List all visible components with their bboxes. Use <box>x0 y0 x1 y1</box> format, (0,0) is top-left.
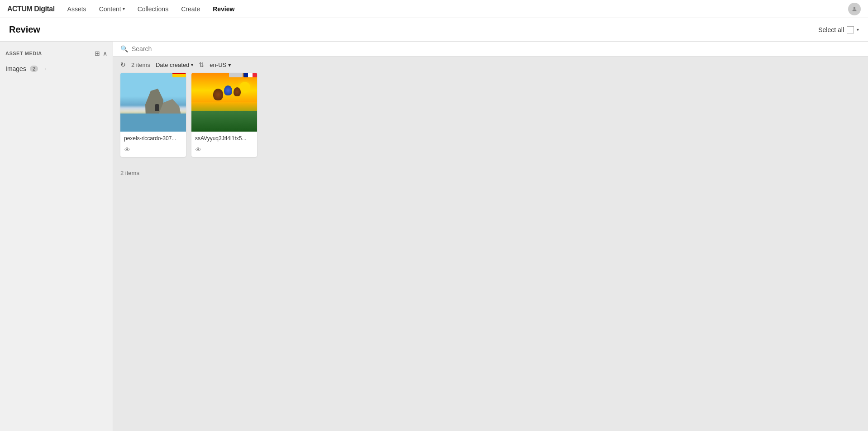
card-image-wrapper <box>191 73 257 132</box>
refresh-icon[interactable]: ↻ <box>120 61 126 68</box>
select-all-label: Select all <box>818 26 844 33</box>
card-image-wrapper <box>120 73 186 132</box>
asset-grid: pexels-riccardo-307... 👁 <box>113 73 868 164</box>
select-all-checkbox[interactable] <box>847 26 854 33</box>
search-input[interactable] <box>132 45 861 52</box>
grey-flag <box>229 73 243 77</box>
main-layout: ASSET MEDIA ⊞ ∧ Images 2 → 🔍 ↻ 2 items D… <box>0 42 868 431</box>
flag-stripe-blue <box>243 73 248 77</box>
items-count: 2 items <box>131 62 150 68</box>
collapse-icon[interactable]: ∧ <box>103 50 107 57</box>
field <box>191 111 257 132</box>
sidebar-item-images[interactable]: Images 2 → <box>0 62 113 76</box>
sort-dropdown[interactable]: Date created ▾ <box>156 62 193 68</box>
sort-label: Date created <box>156 62 189 68</box>
svg-point-0 <box>854 7 856 9</box>
top-nav: ACTUM Digital Assets Content ▾ Collectio… <box>0 0 868 18</box>
horizon-glow <box>191 102 257 111</box>
nav-content[interactable]: Content ▾ <box>97 0 127 18</box>
cliff-person <box>155 104 159 111</box>
select-all-group: Select all ▾ <box>818 26 859 33</box>
sidebar-section-title: ASSET MEDIA <box>5 51 42 56</box>
flag-stripe-gold <box>172 74 186 77</box>
balloon-1 <box>213 89 223 100</box>
expand-icon[interactable]: ⊞ <box>95 50 100 57</box>
sidebar-images-arrow: → <box>42 66 47 72</box>
search-icon: 🔍 <box>120 45 128 52</box>
nav-collections[interactable]: Collections <box>136 0 170 18</box>
card-image-cliff <box>120 73 186 132</box>
locale-chevron-icon: ▾ <box>228 62 231 68</box>
locale-dropdown[interactable]: en-US ▾ <box>210 62 231 68</box>
sun <box>239 82 250 93</box>
brand-actum: ACTUM <box>7 5 32 13</box>
card-info: pexels-riccardo-307... <box>120 132 186 144</box>
preview-icon[interactable]: 👁 <box>191 144 257 157</box>
flag-fr <box>243 73 257 77</box>
nav-review[interactable]: Review <box>211 0 236 18</box>
card-image-balloon <box>191 73 257 132</box>
flag-de <box>172 73 186 77</box>
sort-chevron-icon: ▾ <box>191 62 193 67</box>
balloon-3 <box>234 87 241 96</box>
sidebar-icons: ⊞ ∧ <box>95 50 107 57</box>
sidebar-images-label: Images <box>5 65 26 72</box>
footer-count: 2 items <box>120 170 139 176</box>
brand-logo[interactable]: ACTUM Digital <box>7 5 55 13</box>
balloon-2 <box>224 85 232 95</box>
items-footer: 2 items <box>113 164 868 182</box>
user-avatar[interactable] <box>848 3 861 15</box>
flag-stripe-red <box>253 73 257 77</box>
sidebar-images-count: 2 <box>30 66 38 72</box>
toolbar: ↻ 2 items Date created ▾ ⇅ en-US ▾ <box>113 57 868 73</box>
card-info: ssAVyyuq3JtI4l1tx5... <box>191 132 257 144</box>
asset-card: pexels-riccardo-307... 👁 <box>120 73 186 157</box>
sidebar-header: ASSET MEDIA ⊞ ∧ <box>0 47 113 62</box>
sort-direction-icon[interactable]: ⇅ <box>199 61 204 68</box>
nav-items: Assets Content ▾ Collections Create Revi… <box>66 0 837 18</box>
asset-card: ssAVyyuq3JtI4l1tx5... 👁 <box>191 73 257 157</box>
nav-assets[interactable]: Assets <box>66 0 88 18</box>
french-flag <box>243 73 257 77</box>
german-flag <box>172 73 186 77</box>
chevron-down-icon: ▾ <box>123 6 125 11</box>
sidebar: ASSET MEDIA ⊞ ∧ Images 2 → <box>0 42 113 431</box>
content-area: 🔍 ↻ 2 items Date created ▾ ⇅ en-US ▾ <box>113 42 868 431</box>
select-all-dropdown-icon[interactable]: ▾ <box>857 27 859 32</box>
brand-digital: Digital <box>32 5 54 13</box>
search-bar: 🔍 <box>113 42 868 57</box>
locale-label: en-US <box>210 62 226 68</box>
page-header: Review Select all ▾ <box>0 18 868 42</box>
preview-icon[interactable]: 👁 <box>120 144 186 157</box>
cliff-water <box>120 114 186 132</box>
nav-create[interactable]: Create <box>179 0 202 18</box>
flag-stripe-white <box>248 73 253 77</box>
card-filename: ssAVyyuq3JtI4l1tx5... <box>195 135 253 142</box>
page-title: Review <box>9 24 40 35</box>
card-filename: pexels-riccardo-307... <box>124 135 182 142</box>
